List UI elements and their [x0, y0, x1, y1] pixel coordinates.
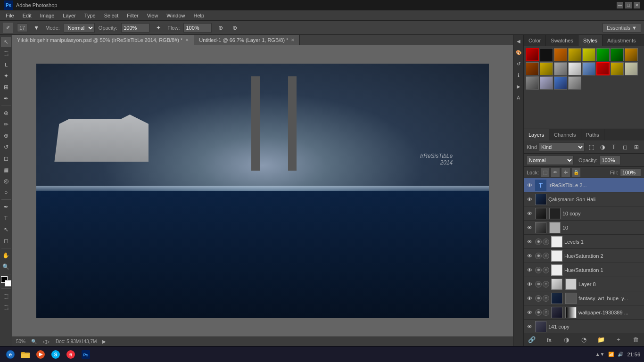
layer-eye-icon[interactable]: 👁 [526, 266, 533, 274]
menu-layer[interactable]: Layer [59, 12, 80, 19]
essentials-button[interactable]: Essentials ▼ [603, 23, 641, 33]
style-swatch[interactable] [554, 48, 567, 61]
taskbar-ie-icon[interactable]: e [4, 348, 17, 361]
layer-row[interactable]: 👁 ⊕ f Hue/Saturation 1 [524, 263, 644, 277]
tab-untitled[interactable]: Untitled-1 @ 66,7% (Layer 1, RGB/8) * ✕ [194, 35, 300, 45]
style-swatch[interactable] [554, 62, 567, 75]
layer-eye-icon[interactable]: 👁 [526, 309, 533, 316]
blend-mode-select[interactable]: Normal [527, 156, 574, 165]
add-group-btn[interactable]: 📁 [596, 335, 606, 345]
gradient-tool[interactable]: ▦ [1, 165, 11, 175]
history-brush-tool[interactable]: ↺ [1, 142, 11, 152]
layer-row[interactable]: 👁 10 [524, 221, 644, 235]
background-color[interactable] [5, 280, 11, 287]
menu-file[interactable]: File [2, 12, 18, 19]
eraser-tool[interactable]: ◻ [1, 153, 11, 164]
style-swatch[interactable] [540, 62, 553, 75]
add-adjustment-btn[interactable]: ◔ [578, 335, 589, 345]
style-swatch[interactable] [582, 48, 595, 61]
maximize-button[interactable]: □ [625, 2, 632, 8]
style-swatch[interactable] [568, 48, 581, 61]
tablet-pressure-icon[interactable]: ⊕ [215, 23, 226, 33]
style-swatch[interactable] [582, 62, 595, 75]
type-tool[interactable]: T [1, 213, 11, 223]
panel-expand-btn[interactable]: ◀ [514, 37, 523, 45]
airbrush-icon[interactable]: ✦ [153, 23, 164, 33]
lasso-tool[interactable]: ʟ [1, 59, 11, 70]
taskbar-media-icon[interactable] [34, 348, 47, 361]
tab-layers[interactable]: Layers [524, 129, 549, 140]
menu-view[interactable]: View [143, 12, 162, 19]
move-tool[interactable]: ↖ [1, 37, 11, 47]
color-mini-btn[interactable]: 🎨 [514, 48, 523, 57]
dodge-tool[interactable]: ○ [1, 187, 11, 197]
layer-row[interactable]: 👁 141 copy [524, 320, 644, 333]
layer-eye-icon[interactable]: 👁 [526, 280, 533, 288]
tab-swatches[interactable]: Swatches [546, 35, 578, 46]
menu-help[interactable]: Help [190, 12, 208, 19]
screen-mode-tool[interactable]: ⬚ [1, 302, 11, 313]
layer-eye-icon[interactable]: 👁 [526, 238, 533, 246]
layer-row[interactable]: 👁 ⊕ f fantasy_art_huge_y... [524, 291, 644, 305]
tab-channels[interactable]: Channels [549, 129, 581, 140]
layer-eye-icon[interactable]: 👁 [526, 323, 533, 330]
layer-eye-icon[interactable]: 👁 [526, 181, 533, 189]
style-swatch[interactable] [554, 76, 567, 90]
zoom-tool[interactable]: 🔍 [1, 262, 11, 272]
crop-tool[interactable]: ⊞ [1, 82, 11, 92]
style-swatch[interactable] [526, 62, 539, 75]
healing-brush-tool[interactable]: ⊛ [1, 108, 11, 118]
blur-tool[interactable]: ◎ [1, 176, 11, 186]
menu-edit[interactable]: Edit [19, 12, 35, 19]
path-selection-tool[interactable]: ↖ [1, 224, 11, 235]
layer-row[interactable]: 👁 10 copy [524, 206, 644, 221]
add-style-btn[interactable]: fx [544, 335, 554, 345]
new-layer-btn[interactable]: + [613, 335, 624, 345]
tab-color[interactable]: Color [524, 35, 546, 46]
brush-angle-icon[interactable]: ⊕ [230, 23, 240, 33]
filter-shape-icon[interactable]: ◻ [620, 142, 630, 152]
layer-eye-icon[interactable]: 👁 [526, 295, 533, 302]
taskbar-ps-icon[interactable]: Ps [79, 348, 92, 361]
fill-input[interactable] [620, 168, 641, 177]
style-swatch[interactable] [568, 76, 581, 90]
info-mini-btn[interactable]: ℹ [514, 71, 523, 79]
menu-image[interactable]: Image [36, 12, 58, 19]
tab-styles[interactable]: Styles [578, 35, 603, 46]
pen-tool[interactable]: ✒ [1, 202, 11, 212]
history-mini-btn[interactable]: ↺ [514, 59, 523, 68]
eyedropper-tool[interactable]: ✒ [1, 93, 11, 104]
link-layers-btn[interactable]: 🔗 [527, 335, 537, 345]
style-swatch[interactable] [526, 76, 539, 90]
menu-window[interactable]: Window [163, 12, 189, 19]
color-swatches[interactable] [1, 276, 11, 287]
layer-row[interactable]: 👁 ⊕ f Hue/Saturation 2 [524, 249, 644, 263]
opacity-input[interactable] [121, 23, 149, 33]
layer-row[interactable]: 👁 ⊕ f wallpaper-1930389 ... [524, 305, 644, 320]
style-swatch[interactable] [611, 48, 624, 61]
style-swatch[interactable] [596, 62, 610, 75]
style-swatch[interactable] [526, 48, 539, 61]
quick-select-tool[interactable]: ✦ [1, 71, 11, 81]
filter-type-icon[interactable]: T [609, 142, 619, 152]
tab-paths[interactable]: Paths [581, 129, 604, 140]
tab-adjustments[interactable]: Adjustments [603, 35, 641, 46]
layer-row[interactable]: 👁 T IrReSisTibLe 2... [524, 178, 644, 192]
canvas-image[interactable]: IrReSisTibLe 2014 [36, 64, 489, 318]
layer-eye-icon[interactable]: 👁 [526, 224, 533, 231]
lock-transparent-icon[interactable]: ⬚ [541, 168, 549, 177]
layer-row[interactable]: 👁 Çalışmanın Son Hali [524, 192, 644, 206]
close-button[interactable]: ✕ [634, 2, 640, 8]
quick-mask-tool[interactable]: ⬚ [1, 291, 11, 301]
menu-type[interactable]: Type [81, 12, 99, 19]
tab-untitled-close-icon[interactable]: ✕ [291, 38, 295, 42]
minimize-button[interactable]: — [617, 2, 623, 8]
title-bar-controls[interactable]: — □ ✕ [617, 2, 640, 8]
shape-tool[interactable]: ◻ [1, 236, 11, 246]
char-mini-btn[interactable]: A [514, 93, 523, 102]
lock-all-icon[interactable]: 🔒 [572, 168, 580, 177]
brush-tool[interactable]: ✏ [1, 119, 11, 130]
style-swatch[interactable] [568, 62, 581, 75]
brush-preset-btn[interactable]: ▼ [31, 23, 41, 33]
layer-eye-icon[interactable]: 👁 [526, 252, 533, 260]
